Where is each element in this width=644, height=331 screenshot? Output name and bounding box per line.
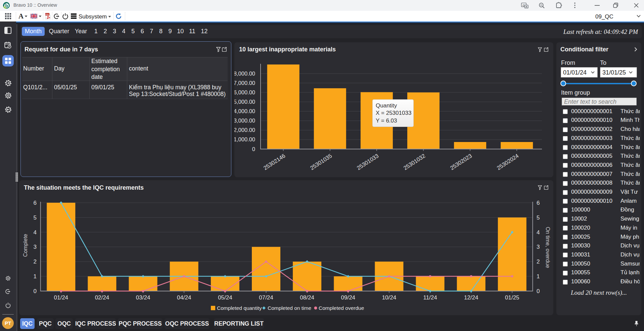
- svg-text:b: b: [5, 3, 8, 8]
- svg-text:1: 1: [537, 273, 540, 280]
- svg-text:02/24: 02/24: [95, 294, 109, 301]
- svg-text:Completed quantity: Completed quantity: [217, 305, 262, 311]
- svg-text:6: 6: [34, 200, 37, 206]
- svg-text:01/25: 01/25: [505, 294, 519, 301]
- svg-text:2: 2: [537, 258, 540, 265]
- svg-text:Complete: Complete: [22, 234, 28, 257]
- svg-text:3,000.00: 3,000.00: [234, 117, 255, 124]
- svg-text:1,000.00: 1,000.00: [234, 136, 255, 142]
- svg-text:5: 5: [537, 215, 540, 221]
- svg-text:4,000.00: 4,000.00: [234, 108, 255, 114]
- svg-text:25301035: 25301035: [309, 152, 333, 171]
- svg-text:5: 5: [34, 215, 37, 221]
- svg-text:05/24: 05/24: [218, 294, 232, 301]
- svg-text:12/24: 12/24: [464, 294, 478, 301]
- svg-text:3: 3: [34, 244, 37, 250]
- svg-text:4: 4: [537, 229, 540, 236]
- svg-text:6,000.00: 6,000.00: [234, 89, 255, 95]
- svg-text:8,000.00: 8,000.00: [234, 70, 255, 77]
- svg-text:25301033: 25301033: [356, 152, 379, 171]
- svg-text:11/24: 11/24: [423, 294, 437, 301]
- svg-text:09/24: 09/24: [341, 294, 356, 301]
- svg-text:3: 3: [537, 244, 540, 250]
- svg-text:25302023: 25302023: [449, 152, 473, 171]
- svg-text:07/24: 07/24: [259, 294, 273, 301]
- svg-text:25302146: 25302146: [262, 152, 286, 171]
- svg-text:2,000.00: 2,000.00: [234, 127, 255, 133]
- svg-text:On time, overdue: On time, overdue: [545, 227, 551, 268]
- svg-text:7,000.00: 7,000.00: [234, 80, 255, 86]
- svg-text:6: 6: [537, 200, 540, 206]
- svg-text:Completed on time: Completed on time: [268, 305, 311, 311]
- svg-text:2: 2: [34, 258, 37, 265]
- svg-text:1: 1: [34, 273, 37, 280]
- svg-text:Completed overdue: Completed overdue: [319, 305, 364, 311]
- svg-text:PDF: PDF: [46, 13, 49, 15]
- svg-text:0: 0: [252, 146, 255, 152]
- svg-text:4: 4: [34, 229, 37, 236]
- svg-text:08/24: 08/24: [300, 294, 314, 301]
- svg-text:5,000.00: 5,000.00: [234, 99, 255, 105]
- svg-text:0: 0: [537, 288, 540, 294]
- svg-text:25302024: 25302024: [496, 152, 519, 171]
- svg-text:25301032: 25301032: [402, 152, 426, 171]
- svg-text:10/24: 10/24: [382, 294, 397, 301]
- svg-text:0: 0: [34, 288, 37, 294]
- svg-text:03/24: 03/24: [136, 294, 150, 301]
- svg-text:04/24: 04/24: [177, 294, 191, 301]
- svg-text:01/24: 01/24: [54, 294, 68, 301]
